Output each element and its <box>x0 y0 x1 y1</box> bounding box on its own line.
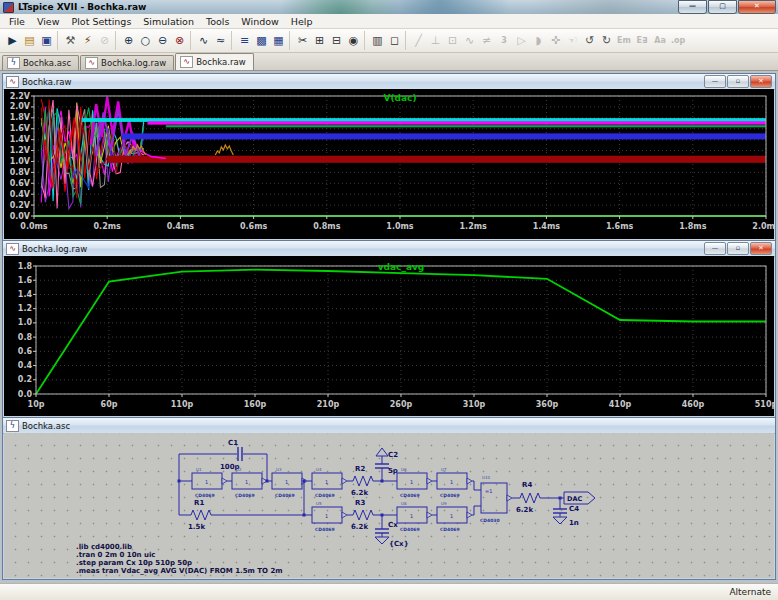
zoom-full-extents-icon[interactable]: ⊗ <box>171 32 188 49</box>
minimize-button[interactable]: — <box>704 75 726 88</box>
save-icon[interactable]: ▣ <box>38 32 55 49</box>
undo-icon[interactable]: ↺ <box>581 32 598 49</box>
gate-type-label: CD4069 <box>400 493 420 498</box>
menu-window[interactable]: Window <box>235 16 284 27</box>
svg-text:U9: U9 <box>441 501 447 506</box>
window-bochka-asc-titlebar[interactable]: ϟ Bochka.asc <box>3 418 775 434</box>
print-icon[interactable]: ▥ <box>369 32 386 49</box>
toolbar-group: ⚒⚡⊘ <box>60 31 116 50</box>
schematic-canvas[interactable]: C1100p1U1CD40691U2CD40691U3CD40691U4CD40… <box>4 433 774 578</box>
restore-button[interactable]: ▫ <box>727 75 749 88</box>
band-darkred <box>107 156 766 163</box>
svg-text:10p: 10p <box>28 400 45 409</box>
ground-icon[interactable]: ⊥ <box>427 32 444 49</box>
move-icon[interactable]: ✜ <box>547 32 564 49</box>
run-simulation-icon[interactable]: ⚡ <box>79 32 96 49</box>
svg-text:1: 1 <box>450 479 453 485</box>
svg-text:0.6V: 0.6V <box>10 179 31 188</box>
menu-tools[interactable]: Tools <box>200 16 235 27</box>
vdac-avg-plot[interactable]: 10p60p110p160p210p260p310p360p410p460p51… <box>4 256 774 414</box>
wire-icon[interactable]: ╱ <box>410 32 427 49</box>
ref-R1: R1 <box>194 499 204 507</box>
ref-C4: C4 <box>569 505 579 513</box>
svg-text:=1: =1 <box>485 488 492 494</box>
resistor-icon[interactable]: ∿ <box>461 32 478 49</box>
cut-icon[interactable]: ✂ <box>294 32 311 49</box>
maximize-button[interactable]: ▢ <box>708 0 737 14</box>
capacitor-icon[interactable]: ≠ <box>478 32 495 49</box>
close-icon[interactable]: ✕ <box>750 242 772 255</box>
schematic-icon: ϟ <box>7 57 20 69</box>
gate-type-label: CD4069 <box>315 527 335 532</box>
tab-bochka-asc[interactable]: ϟBochka.asc <box>2 55 79 70</box>
close-icon[interactable]: ✕ <box>750 75 772 88</box>
vdac-plot[interactable]: 0.0ms0.2ms0.4ms0.6ms0.8ms1.0ms1.2ms1.4ms… <box>4 89 774 237</box>
menu-help[interactable]: Help <box>285 16 319 27</box>
menu-plot-settings[interactable]: Plot Settings <box>65 16 137 27</box>
inductor-icon[interactable]: 3 <box>495 32 513 49</box>
net-label-icon[interactable]: ⊡ <box>444 32 461 49</box>
drag-icon[interactable]: ☜ <box>564 32 581 49</box>
menu-simulation[interactable]: Simulation <box>137 16 200 27</box>
find-icon[interactable]: ◉ <box>345 32 362 49</box>
svg-text:0.2ms: 0.2ms <box>94 222 122 231</box>
fft-icon[interactable]: ≈ <box>212 32 229 49</box>
tile-windows-icon[interactable]: ▦ <box>270 32 287 49</box>
zoom-in-icon[interactable]: ⊕ <box>120 32 137 49</box>
window-bochka-log-raw-title: Bochka.log.raw <box>22 244 87 254</box>
toolbar-group: ╱⊥⊡∿≠3▷◗✜☜↺↻EmE∃Aa.op <box>408 31 689 50</box>
ref-C1: C1 <box>228 439 238 447</box>
zoom-out-icon[interactable]: ⊖ <box>154 32 171 49</box>
autorange-icon[interactable]: ∿ <box>195 32 212 49</box>
mirror-icon[interactable]: Em <box>615 32 633 49</box>
rotate-icon[interactable]: E∃ <box>633 32 651 49</box>
minimize-button[interactable]: — <box>678 0 707 14</box>
spice-directive: .lib cd4000.lib <box>76 543 132 551</box>
paste-icon[interactable]: ⊟ <box>328 32 345 49</box>
menu-file[interactable]: File <box>3 16 31 27</box>
spice-directive: .meas tran Vdac_avg AVG V(DAC) FROM 1.5m… <box>76 567 283 575</box>
spice-directive-icon[interactable]: .op <box>669 32 687 49</box>
toolbar-group: ∿≈ <box>193 31 232 50</box>
waveform-icon: ∿ <box>6 76 19 88</box>
minimize-button[interactable]: — <box>704 242 726 255</box>
restore-button[interactable]: ▫ <box>727 242 749 255</box>
schematic-drawing[interactable]: C1100p1U1CD40691U2CD40691U3CD40691U4CD40… <box>4 433 774 576</box>
resistor-R2 <box>349 476 377 486</box>
plot-panes-icon[interactable]: ≡ <box>236 32 253 49</box>
tab-label: Bochka.log.raw <box>101 58 166 68</box>
svg-text:1: 1 <box>245 479 248 485</box>
vdac-plot-area[interactable]: 0.0ms0.2ms0.4ms0.6ms0.8ms1.0ms1.2ms1.4ms… <box>4 89 774 239</box>
component-icon[interactable]: ◗ <box>530 32 547 49</box>
run-icon[interactable]: ▶ <box>4 32 21 49</box>
svg-text:60p: 60p <box>101 400 118 409</box>
svg-text:410p: 410p <box>609 400 632 409</box>
print-preview-icon[interactable]: ◻ <box>386 32 403 49</box>
text-icon[interactable]: Aa <box>651 32 669 49</box>
open-file-icon[interactable]: ▤ <box>21 32 38 49</box>
svg-text:110p: 110p <box>171 400 194 409</box>
svg-text:1: 1 <box>410 479 413 485</box>
tab-bochka-raw[interactable]: ∿Bochka.raw <box>175 53 253 70</box>
window-bochka-log-raw-titlebar[interactable]: ∿ Bochka.log.raw — ▫ ✕ <box>3 241 775 257</box>
spice-directive: .tran 0 2m 0 10n uic <box>76 551 156 559</box>
redo-icon[interactable]: ↻ <box>598 32 615 49</box>
close-button[interactable]: ✕ <box>738 0 776 14</box>
tab-bochka-log-raw[interactable]: ∿Bochka.log.raw <box>80 55 174 70</box>
copy-icon[interactable]: ⊞ <box>311 32 328 49</box>
control-panel-icon[interactable]: ⚒ <box>62 32 79 49</box>
band-cyan <box>82 118 766 122</box>
svg-text:U10: U10 <box>482 475 490 480</box>
vdac-avg-plot-area[interactable]: 10p60p110p160p210p260p310p360p410p460p51… <box>4 256 774 416</box>
menu-view[interactable]: View <box>31 16 66 27</box>
gate-type-label: CD4069 <box>195 493 215 498</box>
ref-R3: R3 <box>355 499 365 507</box>
cascade-windows-icon[interactable]: ▩ <box>253 32 270 49</box>
window-bochka-raw-titlebar[interactable]: ∿ Bochka.raw — ▫ ✕ <box>3 74 775 90</box>
svg-text:1.2: 1.2 <box>18 304 32 313</box>
halt-icon[interactable]: ⊘ <box>96 32 113 49</box>
svg-text:0.8: 0.8 <box>18 333 33 342</box>
svg-text:0.0: 0.0 <box>18 390 33 399</box>
zoom-area-icon[interactable]: ○ <box>137 32 154 49</box>
diode-icon[interactable]: ▷ <box>513 32 530 49</box>
